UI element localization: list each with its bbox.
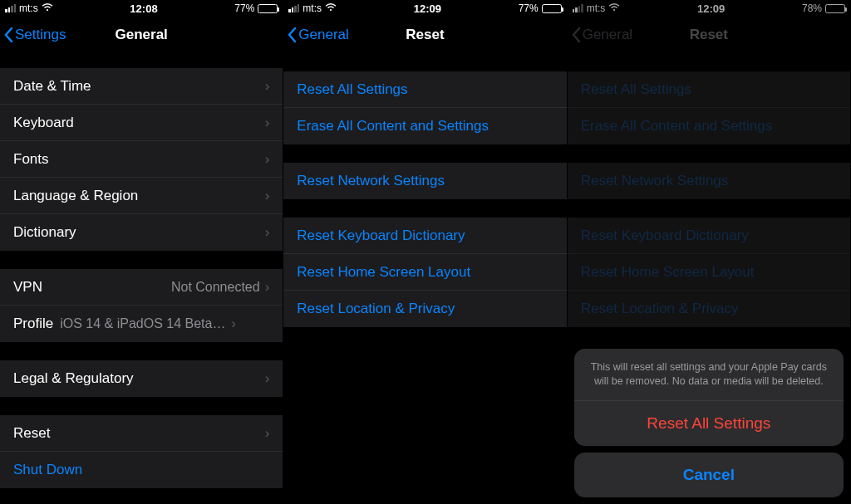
row-label: Legal & Regulatory	[13, 370, 265, 387]
wifi-icon	[325, 2, 337, 14]
nav-bar: General Reset	[283, 17, 566, 53]
status-time: 12:09	[414, 2, 441, 15]
chevron-right-icon: ›	[265, 224, 270, 241]
sheet-main: This will reset all settings and your Ap…	[574, 349, 844, 446]
reset-group: Reset Keyboard Dictionary Reset Home Scr…	[568, 218, 850, 327]
row-erase-all-content: Erase All Content and Settings	[568, 108, 850, 144]
chevron-right-icon: ›	[265, 78, 270, 95]
status-left: mt:s	[288, 2, 337, 14]
reset-group: Reset Network Settings	[568, 163, 850, 199]
row-label: Erase All Content and Settings	[581, 118, 837, 135]
row-value: Not Connected	[171, 280, 260, 295]
row-reset-home-screen[interactable]: Reset Home Screen Layout	[283, 254, 566, 291]
row-label: Reset Location & Privacy	[581, 301, 837, 317]
chevron-right-icon: ›	[265, 279, 270, 296]
chevron-left-icon	[571, 27, 581, 43]
nav-bar: Settings General	[0, 17, 283, 53]
chevron-right-icon: ›	[265, 370, 270, 387]
row-label: Shut Down	[13, 462, 269, 478]
row-reset-network[interactable]: Reset Network Settings	[283, 163, 566, 199]
row-label: Reset All Settings	[297, 81, 553, 98]
back-button[interactable]: Settings	[0, 27, 66, 43]
battery-percent: 78%	[802, 2, 822, 14]
wifi-icon	[42, 2, 53, 14]
cancel-button[interactable]: Cancel	[574, 453, 844, 497]
status-right: 77%	[519, 2, 562, 14]
row-reset-location-privacy: Reset Location & Privacy	[568, 291, 850, 327]
reset-group: Reset All Settings Erase All Content and…	[568, 71, 850, 144]
row-label: Reset All Settings	[581, 81, 837, 98]
settings-group: Reset› Shut Down	[0, 415, 283, 488]
reset-group: Reset Keyboard Dictionary Reset Home Scr…	[283, 218, 566, 327]
row-erase-all-content[interactable]: Erase All Content and Settings	[283, 108, 566, 144]
screen-general: mt:s 12:08 77% Settings General Date & T…	[0, 0, 283, 504]
settings-group: VPNNot Connected› ProfileiOS 14 & iPadOS…	[0, 269, 283, 342]
row-legal[interactable]: Legal & Regulatory›	[0, 360, 283, 397]
row-label: Date & Time	[13, 78, 265, 95]
nav-bar: General Reset	[568, 17, 850, 53]
status-left: mt:s	[573, 2, 621, 14]
chevron-right-icon: ›	[265, 425, 270, 442]
status-right: 78%	[802, 2, 845, 14]
row-label: Dictionary	[13, 224, 265, 241]
screen-reset-confirm: mt:s 12:09 78% General Reset Reset All S…	[568, 0, 851, 504]
reset-group: Reset All Settings Erase All Content and…	[283, 71, 566, 144]
carrier-label: mt:s	[587, 2, 606, 14]
battery-icon	[542, 4, 562, 13]
row-label: Profile	[13, 316, 53, 332]
row-date-time[interactable]: Date & Time›	[0, 68, 283, 105]
chevron-right-icon: ›	[265, 115, 270, 131]
cellular-signal-icon	[288, 4, 299, 12]
row-reset-all-settings: Reset All Settings	[568, 71, 850, 108]
row-dictionary[interactable]: Dictionary›	[0, 214, 283, 251]
carrier-label: mt:s	[19, 2, 38, 14]
sheet-cancel-block: Cancel	[574, 453, 844, 497]
sheet-message: This will reset all settings and your Ap…	[574, 349, 844, 401]
back-label: General	[298, 27, 348, 43]
row-shut-down[interactable]: Shut Down	[0, 452, 283, 488]
row-label: Reset Keyboard Dictionary	[297, 228, 553, 244]
row-label: Reset Location & Privacy	[297, 301, 553, 317]
row-reset-all-settings[interactable]: Reset All Settings	[283, 71, 566, 108]
chevron-right-icon: ›	[265, 188, 270, 204]
row-label: Reset Network Settings	[297, 173, 553, 189]
status-time: 12:09	[697, 2, 725, 15]
row-keyboard[interactable]: Keyboard›	[0, 105, 283, 141]
status-right: 77%	[234, 2, 278, 14]
row-label: Language & Region	[13, 188, 265, 204]
row-reset-network: Reset Network Settings	[568, 163, 850, 199]
screen-reset: mt:s 12:09 77% General Reset Reset All S…	[283, 0, 567, 504]
back-label: Settings	[15, 27, 66, 43]
wifi-icon	[608, 2, 620, 14]
back-button[interactable]: General	[283, 27, 348, 43]
row-reset-keyboard-dictionary[interactable]: Reset Keyboard Dictionary	[283, 218, 566, 254]
status-bar: mt:s 12:08 77%	[0, 0, 283, 17]
battery-icon	[825, 4, 845, 13]
chevron-right-icon: ›	[265, 151, 270, 168]
status-bar: mt:s 12:09 77%	[283, 0, 566, 17]
row-label: Reset	[13, 425, 265, 442]
cellular-signal-icon	[573, 4, 583, 12]
row-label: Reset Network Settings	[581, 173, 837, 189]
row-reset-location-privacy[interactable]: Reset Location & Privacy	[283, 291, 566, 327]
chevron-right-icon: ›	[231, 316, 236, 332]
reset-all-settings-button[interactable]: Reset All Settings	[574, 401, 844, 446]
row-label: Reset Home Screen Layout	[581, 264, 837, 281]
row-profile[interactable]: ProfileiOS 14 & iPadOS 14 Beta Softwar…›	[0, 306, 283, 342]
chevron-left-icon	[3, 27, 13, 43]
row-reset[interactable]: Reset›	[0, 415, 283, 452]
back-button: General	[568, 27, 632, 43]
row-label: Keyboard	[13, 115, 265, 131]
row-language-region[interactable]: Language & Region›	[0, 178, 283, 214]
row-fonts[interactable]: Fonts›	[0, 141, 283, 178]
settings-group: Date & Time› Keyboard› Fonts› Language &…	[0, 68, 283, 251]
carrier-label: mt:s	[303, 2, 322, 14]
cellular-signal-icon	[5, 4, 16, 12]
reset-group: Reset Network Settings	[283, 163, 566, 199]
row-label: Reset Home Screen Layout	[297, 264, 553, 281]
battery-percent: 77%	[519, 2, 539, 14]
action-sheet: This will reset all settings and your Ap…	[574, 349, 844, 497]
row-label: Erase All Content and Settings	[297, 118, 553, 135]
row-vpn[interactable]: VPNNot Connected›	[0, 269, 283, 306]
status-time: 12:08	[130, 2, 157, 15]
